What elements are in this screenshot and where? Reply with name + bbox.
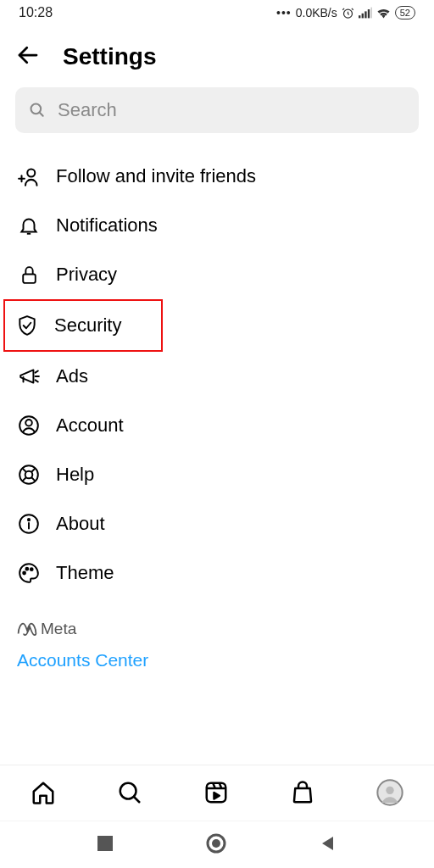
- menu-label: Security: [54, 314, 121, 337]
- svg-point-26: [28, 519, 30, 520]
- search-icon: [117, 780, 142, 805]
- bottom-nav: [0, 765, 434, 821]
- meta-icon: [17, 622, 37, 636]
- menu-item-theme[interactable]: Theme: [15, 548, 419, 598]
- shop-icon: [290, 780, 315, 805]
- status-speed: 0.0KB/s: [296, 6, 337, 19]
- menu-label: About: [56, 513, 105, 535]
- page-title: Settings: [63, 43, 156, 70]
- svg-line-31: [134, 797, 139, 802]
- shield-icon: [15, 314, 39, 337]
- svg-rect-4: [368, 9, 370, 18]
- header: Settings: [0, 24, 434, 87]
- svg-rect-3: [364, 11, 366, 18]
- svg-point-19: [25, 471, 33, 479]
- search-icon: [29, 102, 46, 119]
- profile-avatar-icon: [376, 779, 403, 806]
- svg-rect-1: [359, 15, 360, 18]
- svg-point-17: [25, 420, 32, 426]
- battery-indicator: 52: [395, 6, 415, 19]
- info-icon: [17, 512, 41, 536]
- status-time: 10:28: [19, 5, 53, 20]
- account-icon: [17, 414, 41, 437]
- svg-rect-39: [97, 836, 113, 851]
- status-bar: 10:28 ••• 0.0KB/s 52: [0, 0, 434, 24]
- meta-logo: Meta: [17, 620, 417, 638]
- svg-rect-32: [207, 783, 226, 803]
- svg-rect-12: [23, 274, 36, 282]
- svg-line-23: [31, 468, 35, 471]
- menu-item-help[interactable]: Help: [15, 450, 419, 499]
- svg-rect-5: [370, 8, 372, 19]
- menu-label: Account: [56, 415, 124, 437]
- svg-point-29: [31, 568, 33, 570]
- svg-point-38: [386, 787, 393, 794]
- menu-label: Notifications: [56, 214, 158, 236]
- back-button[interactable]: [15, 42, 41, 70]
- accounts-center-link[interactable]: Accounts Center: [17, 650, 417, 670]
- svg-point-27: [23, 572, 25, 575]
- add-user-icon: [17, 164, 41, 188]
- svg-line-13: [36, 371, 38, 373]
- menu-label: Help: [56, 464, 94, 486]
- svg-point-28: [25, 568, 28, 570]
- svg-point-41: [212, 839, 220, 848]
- nav-reels[interactable]: [200, 776, 232, 811]
- menu-item-privacy[interactable]: Privacy: [15, 250, 419, 299]
- menu-label: Follow and invite friends: [56, 165, 256, 187]
- menu-item-account[interactable]: Account: [15, 401, 419, 450]
- menu-item-follow-invite[interactable]: Follow and invite friends: [15, 152, 419, 201]
- circle-icon: [206, 833, 226, 854]
- menu-item-about[interactable]: About: [15, 499, 419, 548]
- menu-item-ads[interactable]: Ads: [15, 352, 419, 401]
- sys-home-button[interactable]: [206, 833, 226, 856]
- alarm-icon: [342, 7, 354, 19]
- search-input[interactable]: [58, 99, 405, 121]
- menu-label: Privacy: [56, 264, 117, 286]
- svg-line-20: [22, 468, 25, 471]
- palette-icon: [17, 561, 41, 585]
- meta-brand-label: Meta: [41, 620, 76, 638]
- menu-item-notifications[interactable]: Notifications: [15, 201, 419, 250]
- back-arrow-icon: [15, 42, 41, 68]
- menu-label: Theme: [56, 562, 114, 584]
- svg-marker-36: [214, 793, 220, 799]
- svg-line-22: [22, 477, 25, 481]
- nav-home[interactable]: [27, 776, 59, 811]
- nav-search[interactable]: [114, 776, 146, 811]
- svg-line-15: [36, 380, 38, 381]
- menu-item-security[interactable]: Security: [3, 299, 163, 352]
- svg-line-8: [40, 113, 43, 116]
- menu-label: Ads: [56, 365, 88, 387]
- triangle-back-icon: [320, 835, 337, 852]
- help-icon: [17, 463, 41, 487]
- settings-menu: Follow and invite friends Notifications …: [0, 152, 434, 598]
- status-right: ••• 0.0KB/s 52: [276, 6, 415, 19]
- svg-rect-2: [361, 14, 363, 19]
- bell-icon: [17, 214, 41, 237]
- wifi-icon: [376, 7, 391, 19]
- signal-icon: [359, 7, 372, 19]
- sys-recent-button[interactable]: [97, 836, 113, 854]
- meta-section: Meta Accounts Center: [0, 598, 434, 670]
- search-box[interactable]: [15, 87, 419, 133]
- svg-point-9: [27, 169, 35, 176]
- svg-line-21: [31, 477, 35, 481]
- square-icon: [97, 836, 113, 851]
- lock-icon: [17, 263, 41, 287]
- nav-shop[interactable]: [287, 776, 319, 811]
- home-icon: [31, 780, 56, 805]
- system-nav: [0, 821, 434, 868]
- sys-back-button[interactable]: [320, 835, 337, 854]
- megaphone-icon: [17, 364, 41, 388]
- nav-profile[interactable]: [373, 776, 407, 812]
- reels-icon: [203, 780, 229, 805]
- svg-marker-42: [322, 837, 333, 850]
